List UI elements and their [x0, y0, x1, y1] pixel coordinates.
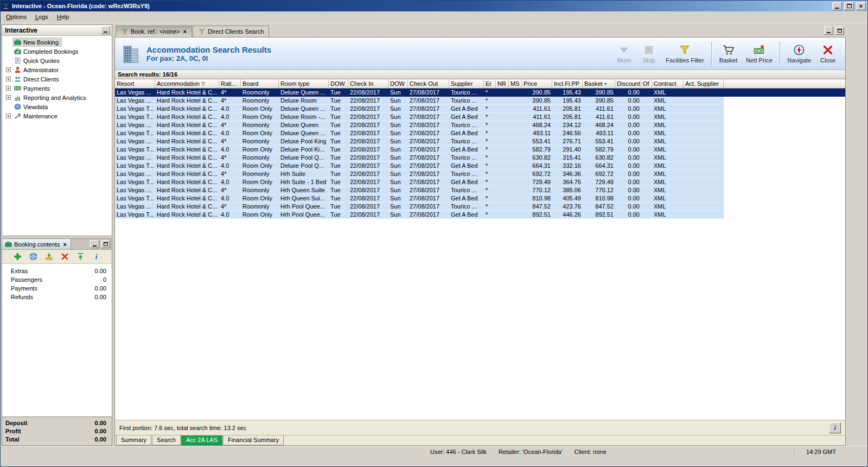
booking-contents-row[interactable]: Refunds0.00	[2, 293, 112, 301]
result-row[interactable]: Las Vegas ...Hard Rock Hotel & C...4*Roo…	[115, 137, 845, 146]
tab-book-ref-none[interactable]: Book. ref.: <none>×	[116, 26, 192, 37]
sidebar-item-reporting-and-analytics[interactable]: +Reporting and Analytics	[2, 93, 112, 102]
sidebar-item-maintenance[interactable]: +Maintenance	[2, 111, 112, 121]
column-header-dow[interactable]: DOW	[388, 79, 408, 89]
booking-contents-row[interactable]: Payments0.00	[2, 284, 112, 293]
result-row[interactable]: Las Vegas ...Hard Rock Hotel & C...4*Roo…	[115, 121, 845, 129]
result-row[interactable]: Las Vegas T...Hard Rock Hotel & C...4.0R…	[115, 162, 845, 170]
navigate-icon	[793, 44, 805, 56]
result-row[interactable]: Las Vegas T...Hard Rock Hotel & C...4.0R…	[115, 194, 845, 203]
child-minimize-button[interactable]	[824, 27, 833, 35]
result-row[interactable]: Las Vegas T...Hard Rock Hotel & C...4.0R…	[115, 129, 845, 137]
column-header-supplier[interactable]: Supplier	[449, 79, 484, 89]
booking-contents-close-icon[interactable]: ×	[62, 241, 67, 248]
cell-check-out: 27/08/2017	[408, 113, 449, 121]
booking-contents-header: Booking contents ×	[2, 239, 112, 250]
menu-item-options[interactable]: Options	[2, 11, 31, 23]
menu-item-help[interactable]: Help	[53, 11, 74, 23]
expand-icon[interactable]: +	[6, 95, 11, 100]
interactive-panel-collapse-button[interactable]	[101, 26, 110, 34]
web-button[interactable]	[28, 251, 40, 262]
cell-supplier: Get A Bed	[449, 178, 484, 186]
sidebar-item-administrator[interactable]: +Administrator	[2, 65, 112, 74]
cell-basket: 411.61	[583, 105, 615, 113]
cell-incl-fl-pp: 291.40	[552, 146, 583, 154]
result-row[interactable]: Las Vegas ...Hard Rock Hotel & C...4*Roo…	[115, 170, 845, 178]
import-button[interactable]	[43, 251, 55, 262]
column-header-basket[interactable]: Basket▼	[583, 79, 615, 89]
sidebar-item-payments[interactable]: +Payments	[2, 84, 112, 93]
column-header-resort[interactable]: Resort	[115, 79, 155, 89]
result-row[interactable]: Las Vegas ...Hard Rock Hotel & C...4*Roo…	[115, 154, 845, 162]
column-header-check-in[interactable]: Check In	[348, 79, 388, 89]
bottom-tab-summary[interactable]: Summary	[116, 436, 151, 445]
sidebar-item-completed-bookings[interactable]: Completed Bookings	[2, 47, 112, 56]
sidebar-item-direct-clients[interactable]: +Direct Clients	[2, 74, 112, 84]
result-row[interactable]: Las Vegas ...Hard Rock Hotel & C...4*Roo…	[115, 186, 845, 194]
column-header-contract[interactable]: Contract	[652, 79, 684, 89]
basket-button[interactable]: Basket	[716, 40, 742, 68]
expand-icon[interactable]: +	[6, 77, 11, 81]
cell-supplier: Tourico ...	[449, 154, 484, 162]
booking-contents-row[interactable]: Extras0.00	[2, 267, 112, 275]
tab-direct-clients-search[interactable]: Direct Clients Search	[193, 26, 269, 37]
result-row[interactable]: Las Vegas ...Hard Rock Hotel & C...4*Roo…	[115, 97, 845, 105]
column-header-ms[interactable]: MS	[509, 79, 522, 89]
window-minimize-button[interactable]	[832, 2, 842, 10]
window-maximize-button[interactable]	[844, 2, 854, 10]
close-button[interactable]: Close	[816, 40, 840, 68]
cell-resort: Las Vegas T...	[115, 105, 155, 113]
column-header-incl-fl-pp[interactable]: Incl.Fl.PP	[552, 79, 583, 89]
booking-totals-row: Profit0.00	[2, 427, 112, 435]
column-header-accommodation[interactable]: Accommodation	[155, 79, 219, 89]
column-header-rati[interactable]: Rati...	[219, 79, 241, 89]
sidebar-item-quick-quotes[interactable]: Quick Quotes	[2, 56, 112, 65]
column-header-act-supplier[interactable]: Act. Supplier	[684, 79, 724, 89]
result-row[interactable]: Las Vegas T...Hard Rock Hotel & C...4.0R…	[115, 105, 845, 113]
navigate-button[interactable]: Navigate	[784, 40, 815, 68]
result-row[interactable]: Las Vegas T...Hard Rock Hotel & C...4.0R…	[115, 113, 845, 121]
sidebar-item-viewdata[interactable]: Viewdata	[2, 102, 112, 111]
result-row[interactable]: Las Vegas T...Hard Rock Hotel & C...4.0R…	[115, 146, 845, 154]
expand-icon[interactable]: +	[6, 86, 11, 91]
expand-icon[interactable]: +	[6, 113, 11, 118]
result-row[interactable]: Las Vegas T...Hard Rock Hotel & C...4.0R…	[115, 178, 845, 186]
column-header-dow[interactable]: DOW	[329, 79, 348, 89]
nett-price-button[interactable]: Nett Price	[742, 40, 776, 68]
column-header-of[interactable]: Of	[641, 79, 652, 89]
column-header-er[interactable]: Er	[484, 79, 496, 89]
cell-incl-fl-pp: 234.12	[552, 121, 583, 129]
booking-contents-row[interactable]: Passengers0	[2, 275, 112, 284]
delete-button[interactable]	[59, 251, 71, 262]
info-button[interactable]: i	[829, 422, 841, 433]
facilities-filter-button[interactable]: Facilities Filter	[662, 40, 707, 68]
column-header-check-out[interactable]: Check Out	[408, 79, 449, 89]
sidebar-item-new-booking[interactable]: New Booking	[2, 37, 112, 47]
expand-icon[interactable]: +	[6, 67, 11, 72]
booking-panel-restore-button[interactable]	[101, 240, 110, 248]
bottom-tab-financial-summary[interactable]: Financial Summary	[223, 436, 284, 445]
booking-contents-tab[interactable]: Booking contents ×	[2, 239, 71, 249]
menu-item-logs[interactable]: Logs	[31, 11, 53, 23]
upload-button[interactable]	[75, 251, 87, 262]
column-header-discount[interactable]: Discount	[615, 79, 641, 89]
bottom-tab-acc-2a-las[interactable]: Acc 2A LAS	[181, 436, 222, 445]
cell-nr	[496, 154, 509, 162]
column-header-board[interactable]: Board	[241, 79, 279, 89]
cell-act-supplier	[684, 137, 724, 146]
add-button[interactable]	[12, 251, 24, 262]
window-close-button[interactable]: ×	[856, 2, 866, 10]
result-row[interactable]: Las Vegas T...Hard Rock Hotel & C...4.0R…	[115, 211, 845, 219]
column-header-room-type[interactable]: Room type	[279, 79, 329, 89]
tab-close-icon[interactable]: ×	[183, 28, 187, 35]
result-row[interactable]: Las Vegas ...Hard Rock Hotel & C...4*Roo…	[115, 89, 845, 97]
close-icon	[822, 44, 834, 56]
info-button[interactable]: i	[91, 251, 103, 262]
app-icon	[2, 2, 10, 10]
column-header-price[interactable]: Price	[522, 79, 552, 89]
booking-panel-minimize-button[interactable]	[90, 240, 99, 248]
column-header-nr[interactable]: NR	[496, 79, 509, 89]
child-restore-button[interactable]	[835, 27, 844, 35]
result-row[interactable]: Las Vegas ...Hard Rock Hotel & C...4*Roo…	[115, 203, 845, 211]
bottom-tab-search[interactable]: Search	[152, 436, 181, 445]
